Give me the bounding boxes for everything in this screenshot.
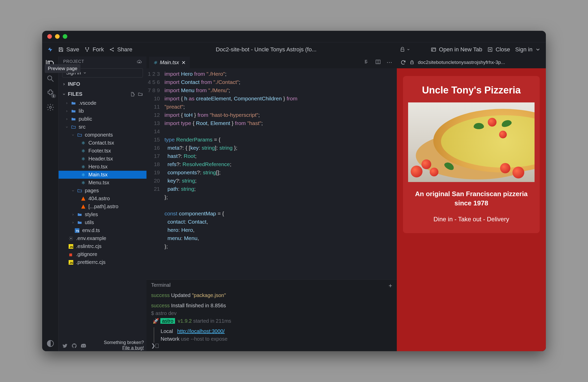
folder-public[interactable]: public <box>59 115 146 123</box>
save-button[interactable]: Save <box>58 46 79 53</box>
preview-url[interactable]: doc2sitebotuncletonysastrojshyfrhx-3p... <box>418 60 542 65</box>
folder-pages[interactable]: pages <box>59 187 146 195</box>
close-button[interactable]: Close <box>487 46 510 53</box>
close-window-icon[interactable] <box>47 34 52 39</box>
twitter-icon[interactable] <box>62 343 68 349</box>
new-terminal-icon[interactable]: + <box>389 282 392 289</box>
folder-styles[interactable]: styles <box>59 211 146 218</box>
folder-src[interactable]: src <box>59 123 146 131</box>
files-section[interactable]: FILES <box>59 89 146 99</box>
preview-toolbar: doc2sitebotuncletonysastrojshyfrhx-3p... <box>397 56 546 68</box>
app-window: Save Fork Share Doc2-site-bot - Uncle To… <box>42 31 546 351</box>
svg-point-0 <box>85 47 86 48</box>
new-file-icon[interactable] <box>130 92 135 97</box>
line-numbers: 1 2 3 4 5 6 7 8 9 10 11 12 13 14 15 16 1… <box>146 68 164 279</box>
file-main[interactable]: ⚛Main.tsx <box>59 171 146 179</box>
file-envexample[interactable]: .env.example <box>59 234 146 242</box>
preview-panel: doc2sitebotuncletonysastrojshyfrhx-3p...… <box>397 56 546 351</box>
svg-point-2 <box>87 51 88 52</box>
svg-point-13 <box>70 238 72 239</box>
svg-point-11 <box>49 106 51 108</box>
file-bug-link[interactable]: Something broken?File a bug! <box>101 340 146 351</box>
traffic-lights <box>47 34 67 39</box>
file-contact[interactable]: ⚛Contact.tsx <box>59 139 146 147</box>
folder-vscode[interactable]: .vscode <box>59 99 146 107</box>
window-title: Doc2-site-bot - Uncle Tonys Astrojs (fo.… <box>137 46 395 53</box>
svg-point-1 <box>88 47 89 48</box>
file-tree: .vscode lib public src components ⚛Conta… <box>59 99 146 339</box>
svg-point-10 <box>48 76 52 80</box>
lock-icon <box>410 60 414 65</box>
file-path[interactable]: [...path].astro <box>59 203 146 211</box>
tab-main[interactable]: ⚛Main.tsx✕ <box>149 57 190 68</box>
github-icon[interactable] <box>71 343 77 349</box>
file-menu[interactable]: ⚛Menu.tsx <box>59 179 146 187</box>
site-title: Uncle Tony's Pizzeria <box>408 85 535 96</box>
hero-card: Uncle Tony's Pizzeria An <box>403 76 540 233</box>
fork-button[interactable]: Fork <box>84 46 104 53</box>
file-eslint[interactable]: JS.eslintrc.cjs <box>59 242 146 250</box>
reload-icon[interactable] <box>400 60 406 65</box>
minimize-window-icon[interactable] <box>55 34 60 39</box>
file-hero[interactable]: ⚛Hero.tsx <box>59 163 146 171</box>
search-icon[interactable] <box>46 74 54 83</box>
svg-point-3 <box>110 49 111 50</box>
code-editor[interactable]: 1 2 3 4 5 6 7 8 9 10 11 12 13 14 15 16 1… <box>146 68 397 279</box>
theme-icon[interactable] <box>46 339 54 348</box>
titlebar <box>42 31 546 42</box>
terminal-panel[interactable]: Terminal+ success Updated "package.json"… <box>146 279 397 351</box>
info-section[interactable]: INFO <box>59 79 146 89</box>
social-links <box>59 341 90 351</box>
svg-point-5 <box>113 50 114 51</box>
share-button[interactable]: Share <box>109 46 132 53</box>
settings-icon[interactable] <box>46 103 54 111</box>
logo-icon[interactable] <box>47 47 53 52</box>
cloud-download-icon[interactable] <box>137 59 142 64</box>
activity-bar: 1 <box>42 56 59 351</box>
file-404[interactable]: 404.astro <box>59 195 146 203</box>
dine-options: Dine in - Take out - Delivery <box>408 216 535 223</box>
terminal-label: Terminal <box>151 282 171 289</box>
top-toolbar: Save Fork Share Doc2-site-bot - Uncle To… <box>42 42 546 56</box>
plugin-badge: 1 <box>51 94 56 98</box>
main-area: 1 PROJECT Sign in INFO FILES .vscode <box>42 56 546 351</box>
file-footer[interactable]: ⚛Footer.tsx <box>59 147 146 155</box>
svg-rect-7 <box>433 49 436 52</box>
more-icon[interactable]: ⋯ <box>387 59 392 66</box>
code-content: import Hero from "./Hero"; import Contac… <box>164 68 297 279</box>
close-tab-icon[interactable]: ✕ <box>181 60 186 66</box>
svg-point-4 <box>113 47 114 49</box>
editor-actions: ⋯ <box>364 59 397 66</box>
preview-page-tooltip: Preview page <box>45 64 80 73</box>
open-new-tab-button[interactable]: Open in New Tab <box>431 46 482 53</box>
file-prettier[interactable]: JS.prettierrc.cjs <box>59 258 146 266</box>
new-folder-icon[interactable] <box>138 92 143 97</box>
folder-components[interactable]: components <box>59 131 146 139</box>
discord-icon[interactable] <box>81 343 86 349</box>
file-header[interactable]: ⚛Header.tsx <box>59 155 146 163</box>
prettier-icon[interactable] <box>364 59 370 65</box>
sign-in-button[interactable]: Sign in <box>515 46 541 53</box>
editor-tabs: ⚛Main.tsx✕ ⋯ <box>146 56 397 68</box>
folder-lib[interactable]: lib <box>59 107 146 115</box>
file-gitignore[interactable]: ◆.gitignore <box>59 250 146 258</box>
split-editor-icon[interactable] <box>375 59 381 65</box>
hero-image <box>408 102 535 182</box>
preview-content: Uncle Tony's Pizzeria An <box>397 68 546 351</box>
sidebar: PROJECT Sign in INFO FILES .vscode lib p… <box>59 56 146 351</box>
file-envd[interactable]: TSenv.d.ts <box>59 226 146 234</box>
folder-utils[interactable]: utils <box>59 218 146 226</box>
lock-dropdown[interactable] <box>400 47 410 52</box>
maximize-window-icon[interactable] <box>63 34 67 39</box>
plugin-icon[interactable]: 1 <box>46 89 54 97</box>
editor-area: ⚛Main.tsx✕ ⋯ 1 2 3 4 5 6 7 8 9 10 11 12 … <box>146 56 397 351</box>
tagline: An original San Franciscan pizzeria sinc… <box>408 189 535 208</box>
